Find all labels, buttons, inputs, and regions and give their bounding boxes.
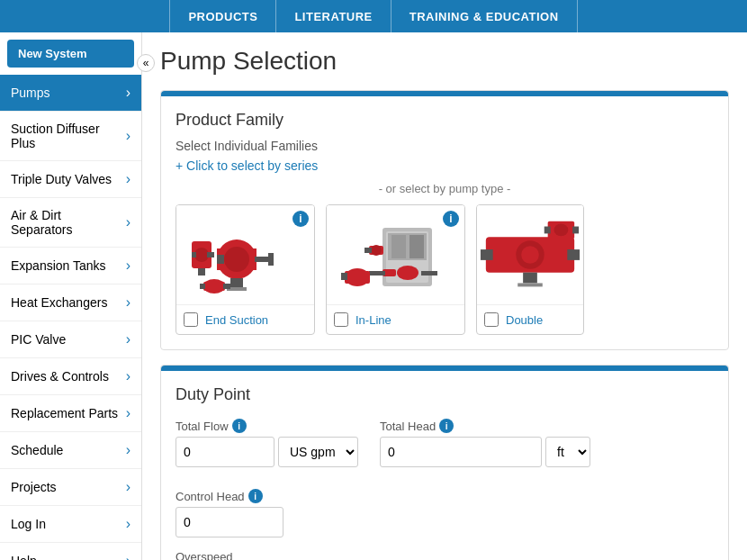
chevron-right-icon: › (126, 516, 130, 532)
pump-checkbox-end-suction[interactable] (184, 312, 198, 327)
nav-literature[interactable]: LITERATURE (276, 0, 391, 32)
total-head-label-text: Total Head (380, 420, 436, 433)
pump-checkbox-in-line[interactable] (334, 312, 348, 327)
in-line-svg (338, 210, 454, 300)
sidebar-item-heat-exchangers[interactable]: Heat Exchangers› (0, 285, 141, 321)
product-family-section: Product Family Select Individual Familie… (160, 90, 729, 350)
pump-label-end-suction[interactable]: End Suction (205, 313, 268, 327)
control-head-group: Control Head i (176, 489, 284, 537)
svg-rect-31 (364, 248, 372, 253)
sidebar-item-label: Air & Dirt Separators (11, 208, 126, 237)
svg-rect-3 (217, 255, 224, 264)
main-content: Pump Selection Product Family Select Ind… (142, 32, 747, 560)
svg-rect-42 (572, 227, 579, 234)
new-system-button[interactable]: New System (7, 40, 134, 68)
top-navigation: PRODUCTS LITERATURE TRAINING & EDUCATION (0, 0, 747, 32)
svg-rect-35 (481, 249, 493, 260)
product-family-title: Product Family (176, 111, 714, 130)
product-family-body: Product Family Select Individual Familie… (161, 96, 728, 349)
chevron-right-icon: › (126, 368, 130, 384)
pump-card-footer-in-line: In-Line (327, 304, 464, 334)
control-head-input-row (176, 507, 284, 537)
sidebar-item-label: Log In (11, 517, 46, 531)
overspeed-label-text: Overspeed (176, 550, 233, 560)
svg-rect-27 (345, 271, 370, 284)
click-series-link[interactable]: + Click to select by series (176, 158, 318, 173)
sidebar-item-replacement-parts[interactable]: Replacement Parts› (0, 395, 141, 432)
sidebar-item-expansion-tanks[interactable]: Expansion Tanks› (0, 248, 141, 285)
chevron-right-icon: › (126, 331, 130, 348)
or-select-text: - or select by pump type - (176, 182, 714, 195)
duty-point-title: Duty Point (176, 385, 714, 404)
sidebar-item-help[interactable]: Help› (0, 543, 141, 560)
sidebar-item-log-in[interactable]: Log In› (0, 506, 141, 543)
sidebar-item-suction-diffuser-plus[interactable]: Suction Diffuser Plus› (0, 112, 141, 161)
sidebar-item-pumps[interactable]: Pumps› (0, 75, 141, 112)
chevron-right-icon: › (126, 479, 130, 495)
sidebar-item-label: Expansion Tanks (11, 258, 106, 273)
sidebar-item-label: Help (11, 554, 37, 560)
control-head-info-icon[interactable]: i (248, 489, 263, 503)
sidebar-item-air--dirt-separators[interactable]: Air & Dirt Separators› (0, 198, 141, 248)
sidebar-item-drives--controls[interactable]: Drives & Controls› (0, 358, 141, 395)
duty-point-body: Duty Point Total Flow i US gpm L/s (161, 371, 728, 560)
main-layout: New System Pumps›Suction Diffuser Plus›T… (0, 32, 747, 560)
nav-training[interactable]: TRAINING & EDUCATION (392, 0, 578, 32)
pump-image-end-suction: i (176, 205, 314, 304)
svg-rect-25 (421, 271, 437, 275)
chevron-right-icon: › (126, 85, 130, 101)
sidebar-item-label: Suction Diffuser Plus (11, 122, 126, 150)
total-head-label: Total Head i (380, 419, 590, 433)
total-head-info-icon[interactable]: i (439, 419, 454, 433)
chevron-right-icon: › (126, 171, 130, 187)
pump-card-footer-end-suction: End Suction (176, 304, 314, 334)
select-families-label: Select Individual Families (176, 139, 714, 153)
sidebar-item-label: Projects (11, 480, 57, 494)
chevron-right-icon: › (126, 257, 130, 274)
svg-rect-10 (192, 252, 196, 257)
chevron-right-icon: › (126, 405, 130, 421)
svg-point-22 (397, 266, 418, 280)
pump-info-icon-in-line[interactable]: i (443, 211, 459, 227)
pump-label-in-line[interactable]: In-Line (356, 313, 392, 327)
sidebar-collapse-button[interactable]: « (137, 54, 155, 72)
chevron-right-icon: › (126, 214, 130, 230)
duty-fields-row: Total Flow i US gpm L/s m³/h (176, 419, 714, 537)
pump-info-icon-end-suction[interactable]: i (292, 211, 309, 227)
total-flow-input[interactable] (176, 437, 274, 467)
pump-card-footer-double: Double (477, 304, 583, 334)
pump-label-double[interactable]: Double (506, 313, 543, 327)
sidebar-item-schedule[interactable]: Schedule› (0, 432, 141, 469)
svg-rect-38 (518, 283, 543, 286)
double-svg (477, 210, 583, 300)
duty-point-section: Duty Point Total Flow i US gpm L/s (160, 365, 729, 560)
sidebar-item-projects[interactable]: Projects› (0, 469, 141, 506)
sidebar-item-pic-valve[interactable]: PIC Valve› (0, 321, 141, 358)
flow-unit-select[interactable]: US gpm L/s m³/h (278, 437, 358, 467)
svg-point-40 (554, 224, 569, 237)
sidebar-wrapper: New System Pumps›Suction Diffuser Plus›T… (0, 32, 142, 560)
sidebar-item-label: Pumps (11, 86, 50, 100)
sidebar-item-label: Triple Duty Valves (11, 172, 112, 186)
total-head-input-row: ft m (380, 437, 590, 467)
total-head-input[interactable] (380, 437, 542, 467)
total-flow-info-icon[interactable]: i (232, 419, 247, 433)
svg-rect-37 (523, 273, 537, 284)
svg-rect-41 (544, 227, 551, 234)
chevron-right-icon: › (126, 128, 130, 144)
nav-products[interactable]: PRODUCTS (169, 0, 276, 32)
pump-image-double (477, 205, 583, 304)
head-unit-select[interactable]: ft m (545, 437, 590, 467)
control-head-input[interactable] (176, 507, 284, 537)
sidebar-item-label: Drives & Controls (11, 369, 109, 384)
overspeed-group: Overspeed Off On (176, 550, 714, 560)
total-flow-input-row: US gpm L/s m³/h (176, 437, 358, 467)
pump-checkbox-double[interactable] (484, 312, 499, 327)
pump-card-double: Double (476, 204, 584, 335)
svg-rect-6 (230, 278, 243, 287)
svg-point-30 (371, 245, 382, 256)
sidebar-item-triple-duty-valves[interactable]: Triple Duty Valves› (0, 161, 141, 198)
svg-point-9 (194, 248, 209, 262)
sidebar-item-label: Heat Exchangers (11, 295, 107, 310)
sidebar: New System Pumps›Suction Diffuser Plus›T… (0, 32, 142, 560)
